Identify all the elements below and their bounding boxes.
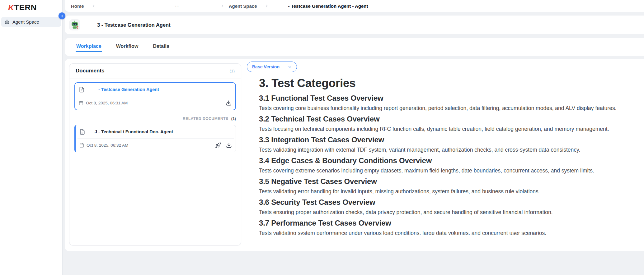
document-card-primary[interactable]: - Testcase Generation Agent Oct 8, 2025,…: [74, 82, 236, 110]
chevron-left-icon: [60, 14, 64, 18]
document-content: 3. Test Categories 3.1 Functional Test C…: [246, 61, 643, 235]
section-heading: 3.2 Technical Test Cases Overview: [259, 114, 637, 124]
sidebar: KTERN Agent Space: [0, 0, 62, 275]
breadcrumb-agent-space[interactable]: Agent Space: [229, 3, 257, 9]
ktern-logo: KTERN: [8, 3, 37, 12]
chevron-right-icon: [220, 4, 224, 8]
documents-panel: Documents (1) - Testcase Generation Agen…: [69, 63, 241, 245]
section-body: Tests ensuring proper authorization chec…: [259, 209, 637, 216]
section-heading: 3.6 Security Test Cases Overview: [259, 197, 637, 207]
tab-workflow[interactable]: Workflow: [115, 42, 139, 52]
tab-workplace[interactable]: Workplace: [76, 42, 102, 52]
section-body: Tests focusing on technical components i…: [259, 125, 637, 133]
section-heading: 3.1 Functional Test Cases Overview: [259, 93, 637, 103]
breadcrumb-current: - Testcase Generation Agent - Agent: [288, 3, 368, 9]
section-body: Tests covering core business functionali…: [259, 104, 637, 112]
rocket-icon: [215, 142, 221, 148]
launch-button[interactable]: [215, 142, 221, 148]
sidebar-item-label: Agent Space: [12, 19, 39, 25]
related-documents-count: (1): [231, 117, 236, 121]
version-selector[interactable]: Base Version: [247, 62, 297, 72]
download-button[interactable]: [226, 100, 232, 106]
documents-count: (1): [230, 69, 235, 73]
documents-list: - Testcase Generation Agent Oct 8, 2025,…: [69, 78, 241, 157]
document-title: J - Technical / Functional Doc. Agent: [95, 129, 173, 134]
breadcrumb: Home ·· Agent Space - Testcase Generatio…: [65, 0, 644, 12]
section-body: Tests validating error handling for inva…: [259, 188, 637, 195]
sidebar-item-agent-space[interactable]: Agent Space: [1, 17, 61, 27]
download-icon: [226, 142, 232, 148]
document-title: - Testcase Generation Agent: [98, 87, 159, 92]
document-viewer: Base Version 3. Test Categories 3.1 Func…: [246, 61, 643, 235]
chevron-down-icon: [288, 65, 292, 69]
breadcrumb-home[interactable]: Home: [71, 3, 84, 9]
section-body: Tests covering extreme scenarios includi…: [259, 167, 637, 174]
breadcrumb-redacted-item: ··: [175, 3, 180, 9]
agent-header: 3 - Testcase Generation Agent: [65, 16, 644, 34]
section-heading: 3.5 Negative Test Cases Overview: [259, 176, 637, 186]
documents-title: Documents: [76, 68, 105, 74]
document-date: Oct 8, 2025, 06:32 AM: [87, 143, 128, 148]
file-icon: [79, 87, 85, 93]
file-icon: [79, 129, 85, 135]
calendar-icon: [79, 143, 84, 148]
section-body: Tests validating system performance unde…: [259, 229, 637, 235]
chevron-right-icon: [92, 4, 96, 8]
tab-bar: Workplace Workflow Details: [65, 38, 644, 56]
section-body: Tests validating integration with extern…: [259, 146, 637, 154]
document-date: Oct 8, 2025, 06:31 AM: [86, 101, 128, 105]
related-documents-label: RELATED DOCUMENTS: [183, 117, 228, 121]
version-selector-label: Base Version: [252, 64, 280, 69]
green-robot-icon: [70, 20, 79, 30]
divider: [74, 119, 180, 119]
agent-avatar: [69, 19, 80, 30]
section-heading: 3.4 Edge Cases & Boundary Conditions Ove…: [259, 156, 637, 166]
sidebar-collapse-button[interactable]: [59, 12, 65, 19]
related-documents-separator: RELATED DOCUMENTS (1): [74, 117, 236, 121]
agent-workspace-page: { "logo": { "k": "K", "tern": "TERN" }, …: [0, 0, 644, 275]
logo-row: KTERN: [0, 0, 62, 15]
document-heading: 3. Test Categories: [259, 76, 637, 90]
documents-panel-header: Documents (1): [69, 64, 241, 78]
agent-title: 3 - Testcase Generation Agent: [97, 22, 171, 28]
workplace-content: Documents (1) - Testcase Generation Agen…: [65, 59, 644, 251]
calendar-icon: [79, 101, 83, 105]
section-heading: 3.7 Performance Test Cases Overview: [259, 218, 637, 228]
download-button[interactable]: [226, 142, 232, 148]
section-heading: 3.3 Integration Test Cases Overview: [259, 135, 637, 145]
document-card-related[interactable]: J - Technical / Functional Doc. Agent Oc…: [74, 125, 236, 152]
logo-tern: TERN: [14, 3, 37, 12]
chevron-right-icon: [265, 4, 269, 8]
tab-details[interactable]: Details: [152, 42, 170, 52]
download-icon: [226, 100, 232, 106]
robot-icon: [4, 19, 10, 25]
logo-k: K: [8, 3, 14, 12]
